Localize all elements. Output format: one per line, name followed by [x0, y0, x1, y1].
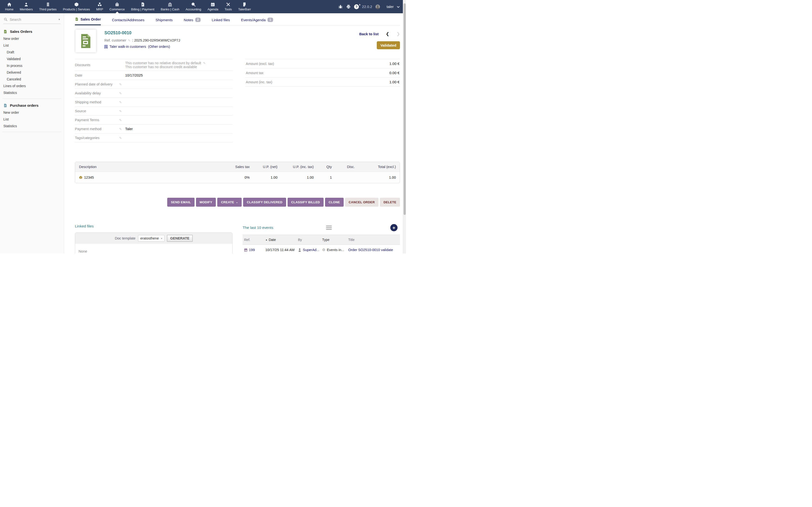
events-col-ref[interactable]: Ref.: [244, 238, 265, 242]
sidebar-divider: [2, 132, 61, 132]
modify-button[interactable]: MODIFY: [196, 198, 216, 207]
sidebar-section-sales-orders[interactable]: Sales Orders: [0, 27, 64, 35]
tab-shipments[interactable]: Shipments: [155, 18, 172, 25]
cancel-order-button[interactable]: CANCEL ORDER: [345, 198, 378, 207]
sidebar-item-canceled[interactable]: Canceled: [0, 76, 64, 82]
order-details-table: Discounts This customer has no relative …: [75, 59, 233, 143]
classify-delivered-button[interactable]: CLASSIFY DELIVERED: [243, 198, 286, 207]
nav-item-mrp[interactable]: MRP: [93, 0, 106, 13]
user-menu[interactable]: taler: [387, 5, 394, 9]
tab-events-agenda[interactable]: Events/Agenda1: [241, 18, 273, 25]
status-badge: Validated: [377, 41, 400, 49]
sidebar-item-draft[interactable]: Draft: [0, 49, 64, 56]
back-to-list-link[interactable]: Back to list: [359, 32, 378, 36]
nav-item-home[interactable]: Home: [2, 0, 17, 13]
nav-item-products-services[interactable]: Products | Services: [60, 0, 93, 13]
debug-bug-icon[interactable]: [338, 4, 343, 9]
button-label: CLASSIFY BILLED: [291, 201, 320, 204]
products-icon: [74, 2, 79, 7]
user-menu-chevron-down-icon[interactable]: [397, 5, 400, 9]
search-input[interactable]: [10, 17, 56, 21]
edit-planned-delivery-pencil-icon[interactable]: ✎: [119, 82, 122, 86]
send-email-button[interactable]: SEND EMAIL: [167, 198, 195, 207]
search-scope-caret-icon[interactable]: ▾: [58, 18, 60, 21]
print-icon[interactable]: [346, 4, 351, 9]
nav-item-talerbarr[interactable]: TalerBarr: [235, 0, 254, 13]
sidebar-item-in-process[interactable]: In process: [0, 62, 64, 69]
add-event-button[interactable]: +: [390, 224, 398, 231]
sidebar-item-lines-of-orders[interactable]: Lines of orders: [0, 82, 64, 89]
events-col-date[interactable]: ▲Date: [265, 238, 298, 242]
sidebar-item-po-statistics[interactable]: Statistics: [0, 123, 64, 129]
tab-label: Linked files: [212, 18, 230, 22]
events-col-by[interactable]: By: [298, 238, 322, 242]
nav-item-third-parties[interactable]: Third parties: [36, 0, 60, 13]
sidebar-item-new-order[interactable]: New order: [0, 35, 64, 42]
other-orders-link[interactable]: (Other orders): [148, 45, 170, 49]
edit-shipping-pencil-icon[interactable]: ✎: [119, 101, 122, 104]
events-col-type[interactable]: Type: [322, 238, 348, 242]
field-row-payment-method: Payment method✎ Taler: [75, 125, 233, 133]
edit-availability-pencil-icon[interactable]: ✎: [119, 92, 122, 95]
tab-contacts-addresses[interactable]: Contacts/Addresses: [112, 18, 144, 25]
sidebar-section-purchase-orders[interactable]: Purchase orders: [0, 101, 64, 109]
edit-source-pencil-icon[interactable]: ✎: [119, 109, 122, 113]
event-ref-link[interactable]: 199: [249, 248, 255, 252]
nav-item-agenda[interactable]: Agenda: [204, 0, 221, 13]
tab-linked-files[interactable]: Linked files: [212, 18, 230, 25]
list-view-toggle-icon[interactable]: [326, 225, 332, 230]
events-table: Ref. ▲Date By Type Title 199 10/17/25 11…: [243, 235, 400, 253]
button-label: DELETE: [384, 201, 396, 204]
next-record-chevron-icon[interactable]: ❯: [397, 32, 400, 37]
discount-info-line1: This customer has no relative discount b…: [125, 61, 201, 65]
edit-tags-pencil-icon[interactable]: ✎: [119, 136, 122, 140]
nav-item-billing-payment[interactable]: Billing | Payment: [128, 0, 158, 13]
order-document-thumbnail[interactable]: [75, 30, 96, 52]
event-author-link[interactable]: SuperAd...: [303, 248, 319, 252]
thirdparty-link[interactable]: Taler walk-in customers: [109, 45, 146, 49]
nav-item-tools[interactable]: Tools: [221, 0, 235, 13]
sidebar-item-statistics[interactable]: Statistics: [0, 89, 64, 96]
nav-item-members[interactable]: Members: [17, 0, 36, 13]
page-vertical-scrollbar[interactable]: [403, 0, 406, 253]
field-label: Payment method: [75, 127, 101, 131]
events-col-title[interactable]: Title: [348, 238, 400, 242]
app-version: 22.0.2: [362, 5, 372, 9]
create-dropdown-button[interactable]: CREATE⌄: [217, 198, 242, 207]
field-row-planned-delivery: Planned date of delivery✎: [75, 80, 233, 89]
delete-button[interactable]: DELETE: [380, 198, 400, 207]
product-ref-link[interactable]: 12345: [84, 175, 94, 179]
order-lines-table: Description Sales tax U.P. (net) U.P. (i…: [75, 162, 400, 183]
help-icon[interactable]: ?: [354, 4, 359, 9]
active-menu-arrow: [115, 12, 119, 13]
sidebar-item-po-new-order[interactable]: New order: [0, 109, 64, 116]
ref-customer-value: : 2025.290-02R5KWWCV2P7J: [132, 38, 180, 42]
nav-item-accounting[interactable]: Accounting: [183, 0, 204, 13]
generate-button[interactable]: GENERATE: [167, 235, 193, 242]
classify-billed-button[interactable]: CLASSIFY BILLED: [288, 198, 323, 207]
nav-label: MRP: [96, 7, 103, 11]
edit-ref-customer-pencil-icon[interactable]: ✎: [128, 39, 131, 42]
nav-label: Home: [5, 7, 13, 11]
tab-sales-order[interactable]: Sales Order: [75, 17, 101, 25]
nav-item-commerce[interactable]: Commerce: [106, 0, 128, 13]
user-avatar[interactable]: [375, 3, 384, 11]
section-title-label: Sales Orders: [10, 30, 33, 34]
sidebar-search: ▾: [3, 16, 60, 24]
scrollbar-thumb[interactable]: [404, 3, 406, 215]
sidebar-item-po-list[interactable]: List: [0, 116, 64, 123]
sidebar-item-delivered[interactable]: Delivered: [0, 69, 64, 76]
edit-payment-terms-pencil-icon[interactable]: ✎: [119, 118, 122, 122]
previous-record-chevron-icon[interactable]: ❮: [386, 32, 389, 37]
field-label: Date: [75, 73, 83, 77]
doc-template-select[interactable]: eratosthene ▾: [138, 235, 165, 242]
nav-item-banks-cash[interactable]: Banks | Cash: [158, 0, 183, 13]
edit-payment-method-pencil-icon[interactable]: ✎: [119, 127, 122, 131]
event-title-link[interactable]: Order SO2510-0010 validate: [348, 248, 393, 252]
clone-button[interactable]: CLONE: [325, 198, 344, 207]
pagination-row: Back to list ❮ ❯: [359, 32, 400, 37]
edit-discount-pencil-icon[interactable]: ✎: [203, 61, 206, 65]
tab-notes[interactable]: Notes2: [184, 18, 201, 25]
sidebar-item-list[interactable]: List: [0, 42, 64, 49]
sidebar-item-validated[interactable]: Validated: [0, 56, 64, 62]
